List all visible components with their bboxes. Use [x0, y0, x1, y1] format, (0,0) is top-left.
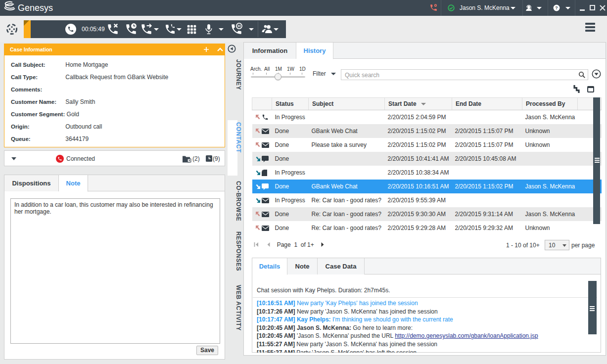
svg-text:?: ? — [555, 5, 558, 10]
